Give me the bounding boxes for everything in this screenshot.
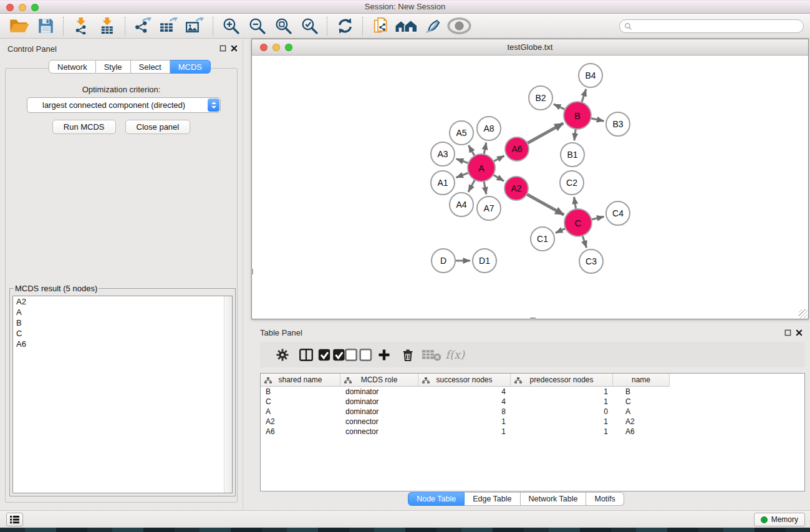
- cell-mcds-role[interactable]: connector: [340, 427, 418, 436]
- column-header-name[interactable]: name: [613, 374, 670, 387]
- table-row-b[interactable]: Bdominator41B: [261, 387, 804, 397]
- search-input[interactable]: [632, 22, 803, 31]
- tab-select[interactable]: Select: [131, 60, 170, 74]
- minimize-window-button[interactable]: [19, 4, 26, 11]
- first-neighbors-button[interactable]: [393, 15, 420, 37]
- network-canvas[interactable]: B4B2BB3B1A5A8A3A6AA1C2A2A4A7CC4C1C3DD1: [252, 56, 808, 319]
- memory-button[interactable]: Memory: [754, 513, 805, 526]
- mcds-result-item-a6[interactable]: A6: [13, 339, 232, 349]
- mcds-result-item-c[interactable]: C: [13, 328, 232, 339]
- apply-layout-button[interactable]: [332, 15, 358, 37]
- network-zoom-button[interactable]: [285, 44, 292, 51]
- tab-network[interactable]: Network: [49, 60, 96, 74]
- cell-predecessor-nodes[interactable]: 1: [511, 397, 613, 406]
- mcds-result-list[interactable]: A2ABCA6: [12, 296, 233, 493]
- window-resize-handle-left[interactable]: [251, 269, 253, 274]
- table-row-c[interactable]: Cdominator41C: [261, 397, 804, 407]
- toggle-graphics-details-button[interactable]: [420, 15, 446, 37]
- import-network-button[interactable]: [68, 15, 94, 37]
- table-row-a6[interactable]: A6connector11A6: [261, 427, 804, 437]
- table-row-a[interactable]: Adominator80A: [261, 407, 804, 417]
- zoom-out-button[interactable]: [244, 15, 270, 37]
- export-network-button[interactable]: [130, 15, 156, 37]
- graph-node-B[interactable]: B: [563, 101, 592, 130]
- cell-mcds-role[interactable]: dominator: [340, 397, 418, 406]
- tab-mcds[interactable]: MCDS: [170, 60, 211, 74]
- window-resize-grip[interactable]: [799, 309, 808, 318]
- graph-node-A5[interactable]: A5: [449, 120, 474, 145]
- graph-node-C1[interactable]: C1: [530, 226, 555, 251]
- cell-mcds-role[interactable]: dominator: [340, 387, 418, 396]
- cell-shared-name[interactable]: A6: [261, 427, 340, 436]
- graph-node-C3[interactable]: C3: [579, 249, 604, 274]
- control-panel-float-button[interactable]: [219, 44, 226, 54]
- graph-node-A3[interactable]: A3: [430, 142, 455, 167]
- cell-shared-name[interactable]: C: [261, 397, 340, 406]
- column-header-successor-nodes[interactable]: successor nodes: [418, 374, 511, 387]
- cell-shared-name[interactable]: B: [261, 387, 340, 396]
- graph-node-D1[interactable]: D1: [472, 248, 497, 273]
- criterion-dropdown[interactable]: largest connected component (directed): [27, 97, 221, 113]
- cell-successor-nodes[interactable]: 4: [418, 397, 511, 406]
- task-history-button[interactable]: [6, 513, 23, 526]
- column-header-predecessor-nodes[interactable]: predecessor nodes: [511, 374, 613, 387]
- cell-shared-name[interactable]: A2: [261, 417, 340, 426]
- window-resize-handle-bottom[interactable]: [530, 317, 536, 319]
- table-panel-close-button[interactable]: [796, 329, 803, 338]
- mcds-result-item-a2[interactable]: A2: [13, 296, 232, 307]
- cell-successor-nodes[interactable]: 4: [418, 387, 511, 396]
- table-tab-network-table[interactable]: Network Table: [521, 492, 587, 506]
- close-window-button[interactable]: [6, 4, 14, 11]
- table-tab-node-table[interactable]: Node Table: [408, 492, 465, 506]
- cell-mcds-role[interactable]: dominator: [340, 407, 418, 416]
- table-mode-button[interactable]: [271, 344, 294, 366]
- select-all-columns-button[interactable]: [318, 344, 345, 366]
- cell-name[interactable]: A6: [613, 427, 670, 436]
- delete-columns-button[interactable]: [396, 344, 420, 366]
- graph-node-B3[interactable]: B3: [605, 112, 630, 137]
- mcds-result-item-a[interactable]: A: [13, 307, 232, 317]
- graph-node-A8[interactable]: A8: [476, 116, 501, 141]
- graph-node-A7[interactable]: A7: [476, 196, 501, 221]
- control-panel-close-button[interactable]: [231, 44, 238, 54]
- cell-name[interactable]: C: [613, 397, 670, 406]
- cell-predecessor-nodes[interactable]: 1: [511, 387, 613, 396]
- network-close-button[interactable]: [260, 44, 268, 51]
- zoom-fit-button[interactable]: [270, 15, 296, 37]
- cell-predecessor-nodes[interactable]: 1: [511, 417, 613, 426]
- column-header-shared-name[interactable]: shared name: [261, 374, 340, 387]
- zoom-window-button[interactable]: [31, 4, 39, 11]
- column-header-mcds-role[interactable]: MCDS role: [340, 374, 418, 387]
- run-mcds-button[interactable]: Run MCDS: [52, 120, 116, 134]
- graph-node-A1[interactable]: A1: [430, 170, 455, 195]
- open-session-button[interactable]: [6, 15, 32, 37]
- new-network-from-selection-button[interactable]: [367, 15, 393, 37]
- graph-node-A4[interactable]: A4: [449, 192, 474, 217]
- node-table[interactable]: shared nameMCDS rolesuccessor nodesprede…: [260, 373, 805, 491]
- table-tab-edge-table[interactable]: Edge Table: [465, 492, 520, 506]
- cell-shared-name[interactable]: A: [261, 407, 340, 416]
- graph-node-C2[interactable]: C2: [559, 170, 584, 195]
- show-columns-button[interactable]: [294, 344, 318, 366]
- result-list-scrollbar[interactable]: [224, 296, 232, 493]
- network-minimize-button[interactable]: [272, 44, 280, 51]
- cell-mcds-role[interactable]: connector: [340, 417, 418, 426]
- export-image-button[interactable]: [182, 15, 208, 37]
- create-column-button[interactable]: [372, 344, 396, 366]
- cell-successor-nodes[interactable]: 1: [418, 427, 511, 436]
- close-panel-button[interactable]: Close panel: [125, 120, 191, 134]
- zoom-selected-button[interactable]: [296, 15, 322, 37]
- save-session-button[interactable]: [32, 15, 59, 37]
- zoom-in-button[interactable]: [218, 15, 244, 37]
- graph-node-B2[interactable]: B2: [528, 85, 553, 110]
- cell-name[interactable]: A2: [613, 417, 670, 426]
- graph-node-B4[interactable]: B4: [578, 63, 603, 88]
- cell-name[interactable]: B: [613, 387, 670, 396]
- table-panel-float-button[interactable]: [784, 329, 791, 338]
- graph-node-A[interactable]: A: [467, 153, 496, 182]
- graph-node-C4[interactable]: C4: [605, 201, 630, 226]
- cell-predecessor-nodes[interactable]: 0: [511, 407, 613, 416]
- network-window-titlebar[interactable]: testGlobe.txt: [252, 39, 808, 56]
- export-table-button[interactable]: [156, 15, 182, 37]
- cell-name[interactable]: A: [613, 407, 670, 416]
